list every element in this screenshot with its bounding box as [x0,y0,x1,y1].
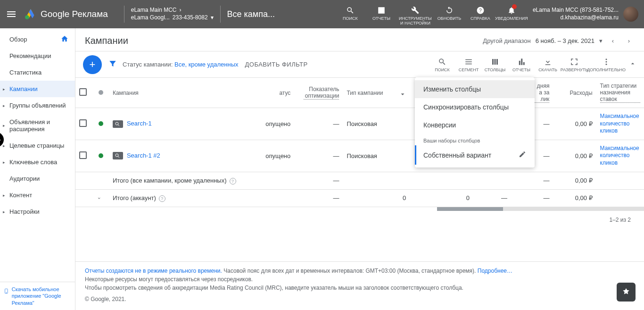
menu-icon[interactable] [6,8,17,20]
svg-point-7 [606,63,607,65]
header-help[interactable]: ? СПРАВКА [465,2,496,21]
add-campaign-button[interactable]: + [83,55,102,74]
help-fab[interactable] [617,283,636,302]
expand-icon[interactable]: › [96,197,102,199]
svg-point-4 [6,293,7,293]
sidebar-item-insights[interactable]: Статистика [0,64,75,81]
select-all-checkbox[interactable] [79,88,87,96]
campaigns-table: Кампания атус Показатель оптимизации Тип… [75,78,644,207]
dropdown-icon: ▾ [211,14,214,22]
chevron-right-icon: › [179,7,181,14]
bid-strategy-link[interactable]: Максимальное количество кликов [600,145,640,167]
dropdown-custom-set[interactable]: Собственный вариант [415,145,535,165]
sidebar-item-campaigns[interactable]: ▸Кампании [0,81,75,97]
collapse-toolbar-button[interactable] [629,60,636,69]
chevron-right-icon: ▸ [3,160,5,165]
dropdown-icon: ▾ [599,37,603,44]
header-notifications[interactable]: УВЕДОМЛЕНИЯ [496,2,527,21]
dropdown-modify-columns[interactable]: Изменить столбцы [415,80,535,98]
header-reports[interactable]: ОТЧЕТЫ [366,2,397,21]
row-checkbox[interactable] [79,151,87,159]
sidebar-item-adgroups[interactable]: ▸Группы объявлений [0,97,75,114]
help-icon[interactable]: ? [230,178,236,184]
main-content: Кампании Другой диапазон 6 нояб. – 3 дек… [75,28,644,310]
sidebar-item-ads[interactable]: ▸Объявления и расширения [0,114,75,137]
download-app-link[interactable]: Скачать мобильное приложение "Google Рек… [0,282,75,310]
campaign-link[interactable]: Search-1 #2 [127,152,160,159]
all-campaigns-button[interactable]: Все кампа... [227,9,275,19]
header-search[interactable]: ПОИСК [335,2,366,21]
tool-expand[interactable]: РАЗВЕРНУТЬ [561,57,587,72]
svg-point-0 [25,15,29,19]
campaign-type-icon [113,152,123,159]
tool-more[interactable]: ДОПОЛНИТЕЛЬНО [587,57,625,72]
footer-link[interactable]: Отчеты создаются не в режиме реального в… [85,268,222,274]
dropdown-sync-columns[interactable]: Синхронизировать столбцы [415,98,535,116]
sidebar: Обзор Рекомендации Статистика ▸Кампании … [0,28,75,310]
chevron-right-icon: ▸ [3,143,5,148]
footer-link[interactable]: Подробнее… [478,268,512,274]
horizontal-scrollbar[interactable] [437,207,644,211]
chevron-right-icon: ▸ [3,87,5,92]
chevron-right-icon: ▸ [3,193,5,198]
home-icon [61,35,68,44]
header-tools[interactable]: ИНСТРУМЕНТЫ И НАСТРОЙКИ [397,2,434,26]
help-icon[interactable]: ? [159,195,165,202]
columns-dropdown: Изменить столбцы Синхронизировать столбц… [415,77,535,168]
tool-download[interactable]: СКАЧАТЬ [535,57,561,72]
logo[interactable]: Google Реклама [25,8,108,20]
chevron-right-icon: ▸ [3,209,5,214]
user-menu[interactable]: eLama Main MCC (873-581-752... d.khabazi… [533,7,638,22]
edit-icon[interactable] [519,151,526,159]
page-title: Кампании [85,35,128,46]
sidebar-item-audiences[interactable]: Аудитории [0,170,75,187]
table-row[interactable]: Search-1 #2 опущено — Поисковая — 0,00 ₽… [75,140,644,172]
prev-period-button[interactable]: ‹ [607,35,619,46]
chevron-right-icon: ▸ [3,123,5,128]
tool-reports[interactable]: ОТЧЕТЫ [508,57,535,72]
product-name: Google Реклама [41,9,108,19]
status-indicator [99,121,103,126]
sidebar-item-landing[interactable]: ▸Целевые страницы [0,137,75,154]
tool-segment[interactable]: СЕГМЕНТ [455,57,482,72]
tool-search[interactable]: ПОИСК [429,57,455,72]
total-row: › Итого (аккаунт)? — 0 0— — 0,00 ₽ [75,189,644,207]
pagination: 1–2 из 2 [75,211,644,229]
svg-point-5 [606,59,607,60]
table-row[interactable]: Search-1 опущено — Поисковая — 0,00 ₽ Ма… [75,108,644,140]
status-indicator [99,153,103,158]
row-checkbox[interactable] [79,119,87,127]
notification-badge [512,4,517,9]
page-footer: Отчеты создаются не в режиме реального в… [75,261,644,310]
add-filter-button[interactable]: ДОБАВИТЬ ФИЛЬТР [245,61,308,68]
bid-strategy-link[interactable]: Максимальное количество кликов [600,113,640,135]
dropdown-section-header: Ваши наборы столбцов [415,134,535,145]
sidebar-item-keywords[interactable]: ▸Ключевые слова [0,154,75,170]
sidebar-item-settings[interactable]: ▸Настройки [0,203,75,220]
filter-icon[interactable] [108,59,117,69]
header-refresh[interactable]: ОБНОВИТЬ [434,2,465,21]
chevron-right-icon: ▸ [3,103,5,108]
status-filter[interactable]: Статус кампании: Все, кроме удаленных [123,61,239,68]
tool-columns[interactable]: СТОЛБЦЫ [482,57,508,72]
sort-column[interactable] [396,78,410,108]
status-header-icon[interactable] [99,90,103,95]
dropdown-conversions[interactable]: Конверсии [415,116,535,134]
sidebar-item-content[interactable]: ▸Контент [0,187,75,203]
sidebar-item-recommendations[interactable]: Рекомендации [0,48,75,64]
sidebar-item-overview[interactable]: Обзор [0,31,75,48]
campaign-type-icon [113,120,123,128]
app-header: Google Реклама eLama Main MCC › eLama Go… [0,0,644,28]
account-selector[interactable]: eLama Main MCC › eLama Googl... 233-435-… [131,7,214,21]
total-row: Итого (все кампании, кроме удаленных)? —… [75,172,644,189]
date-range-selector[interactable]: Другой диапазон 6 нояб. – 3 дек. 2021 ▾ … [483,35,635,46]
campaign-link[interactable]: Search-1 [127,120,152,127]
avatar[interactable] [623,7,638,22]
svg-point-6 [606,61,607,62]
svg-text:?: ? [479,8,482,13]
next-period-button[interactable]: › [623,35,635,46]
